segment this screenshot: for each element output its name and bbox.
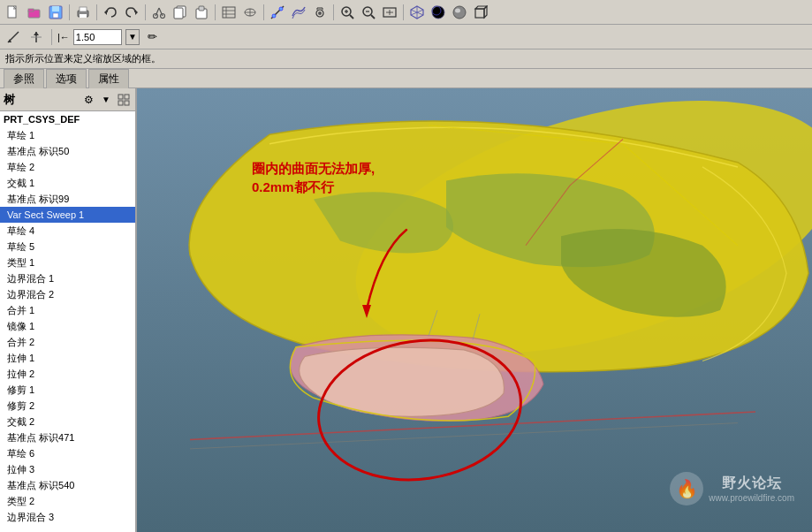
svg-point-48 [455, 8, 460, 12]
wire-icon[interactable] [471, 3, 490, 22]
redo-icon[interactable] [122, 3, 141, 22]
sketch-icon[interactable] [268, 3, 287, 22]
tree-item-intersect2[interactable]: 交截 2 [0, 414, 135, 429]
svg-marker-51 [484, 6, 487, 18]
svg-rect-57 [118, 95, 123, 99]
svg-rect-4 [52, 6, 59, 11]
pencil-icon[interactable]: ✏ [143, 27, 163, 47]
tree-item-merge2[interactable]: 合并 2 [0, 334, 135, 350]
dropdown-btn[interactable]: ▼ [125, 29, 140, 45]
svg-point-30 [318, 11, 322, 15]
tree-item-varsect[interactable]: Var Sect Sweep 1 [0, 207, 135, 223]
sep6 [333, 4, 334, 20]
surface-icon[interactable] [289, 3, 308, 22]
tree-item-trim2[interactable]: 修剪 2 [0, 398, 135, 414]
feature-icon[interactable] [240, 3, 260, 22]
svg-marker-9 [104, 10, 107, 15]
tree-item-type1[interactable]: 类型 1 [0, 255, 135, 270]
camera-icon[interactable] [310, 3, 330, 22]
svg-point-27 [272, 14, 276, 18]
sep1 [69, 4, 70, 20]
select-filter-icon[interactable] [219, 3, 239, 22]
tree-item-extrude3[interactable]: 拉伸 3 [0, 461, 135, 477]
normal-icon[interactable] [27, 27, 46, 47]
tree-item-boundary2[interactable]: 边界混合 2 [0, 286, 135, 302]
tree-filter-dropdown-icon[interactable]: ▼ [98, 92, 114, 108]
tree-container[interactable]: PRT_CSYS_DEF 草绘 1 基准点 标识50 草绘 2 交截 1 基准点… [0, 111, 135, 532]
tab-props[interactable]: 属性 [88, 69, 129, 88]
panel-header-label: 树 [4, 92, 15, 108]
tree-expand-icon[interactable] [116, 92, 132, 108]
left-panel: 树 ⚙ ▼ PRT_CSYS_DEF 草绘 1 基准点 标识50 草绘 2 交截… [0, 88, 137, 532]
svg-rect-5 [53, 13, 58, 18]
panel-toolbar: 树 ⚙ ▼ [0, 88, 135, 111]
print-icon[interactable] [73, 3, 93, 22]
toolbar-second: |← 1.50 ▼ ✏ [0, 25, 812, 49]
zoom-out-icon[interactable] [359, 3, 378, 22]
zoom-fit-icon[interactable] [380, 3, 399, 22]
tab-row: 参照 选项 属性 [0, 69, 812, 88]
status-message: 指示所示位置来定义缩放区域的框。 [5, 52, 161, 65]
svg-rect-16 [174, 8, 183, 19]
open-icon[interactable] [25, 3, 44, 22]
tree-item-sketch4[interactable]: 草绘 4 [0, 223, 135, 239]
main-area: 树 ⚙ ▼ PRT_CSYS_DEF 草绘 1 基准点 标识50 草绘 2 交截… [0, 88, 812, 532]
view3d-icon[interactable] [407, 3, 427, 22]
viewport[interactable]: 圈内的曲面无法加厚, 0.2mm都不行 🔥 野火论坛 www.proewildf… [137, 88, 812, 532]
watermark-site: 野火论坛 [709, 475, 794, 493]
tree-item-sketch1[interactable]: 草绘 1 [0, 127, 135, 143]
undo-icon[interactable] [101, 3, 120, 22]
svg-marker-56 [34, 32, 39, 35]
sketch2-icon[interactable] [4, 27, 23, 47]
tree-item-extrude2[interactable]: 拉伸 2 [0, 366, 135, 382]
paste-icon[interactable] [192, 3, 211, 22]
tab-ref[interactable]: 参照 [4, 69, 44, 88]
tree-item-prt[interactable]: PRT_CSYS_DEF [0, 111, 135, 127]
svg-rect-7 [80, 7, 87, 11]
zoom-icon[interactable] [338, 3, 357, 22]
tree-item-datum99[interactable]: 基准点 标识99 [0, 191, 135, 207]
cut-icon[interactable] [149, 3, 169, 22]
svg-rect-18 [199, 6, 204, 11]
sep4 [215, 4, 216, 20]
svg-rect-59 [118, 101, 123, 105]
svg-marker-10 [135, 10, 138, 15]
svg-rect-60 [125, 101, 129, 105]
copy-icon[interactable] [171, 3, 190, 22]
tree-settings-icon[interactable]: ⚙ [80, 92, 96, 108]
tree-item-intersect1[interactable]: 交截 1 [0, 175, 135, 191]
svg-rect-58 [125, 95, 129, 99]
tree-item-datum50[interactable]: 基准点 标识50 [0, 143, 135, 159]
width-label: |← [57, 32, 70, 42]
shading-icon[interactable] [450, 3, 469, 22]
svg-line-32 [350, 15, 353, 19]
render-icon[interactable] [429, 3, 448, 22]
watermark-url: www.proewildfire.com [709, 493, 794, 503]
tab-options[interactable]: 选项 [46, 69, 87, 88]
tree-item-trim1[interactable]: 修剪 1 [0, 382, 135, 398]
save-icon[interactable] [46, 3, 65, 22]
tree-item-datum540[interactable]: 基准点 标识540 [0, 477, 135, 493]
svg-rect-2 [28, 9, 34, 11]
svg-point-47 [453, 6, 466, 19]
svg-rect-8 [80, 14, 87, 18]
tree-item-merge1[interactable]: 合并 1 [0, 302, 135, 318]
tree-item-sketch5[interactable]: 草绘 5 [0, 239, 135, 255]
tree-item-type2[interactable]: 类型 2 [0, 493, 135, 509]
new-icon[interactable] [4, 3, 23, 22]
watermark-icon: 🔥 [670, 472, 703, 505]
sep-s1 [51, 29, 52, 45]
tree-item-sketch6[interactable]: 草绘 6 [0, 445, 135, 461]
tree-item-boundary1[interactable]: 边界混合 1 [0, 270, 135, 286]
tree-item-sketch2[interactable]: 草绘 2 [0, 159, 135, 175]
svg-point-28 [279, 7, 283, 11]
svg-rect-19 [223, 7, 235, 18]
svg-line-36 [371, 15, 375, 19]
width-input[interactable]: 1.50 [73, 29, 122, 45]
tree-item-boundary3[interactable]: 边界混合 3 [0, 509, 135, 525]
tree-item-datum471[interactable]: 基准点 标识471 [0, 429, 135, 445]
sep2 [96, 4, 97, 20]
tree-item-mirror1[interactable]: 镜像 1 [0, 318, 135, 334]
model-canvas [137, 88, 812, 532]
tree-item-extrude1[interactable]: 拉伸 1 [0, 350, 135, 366]
